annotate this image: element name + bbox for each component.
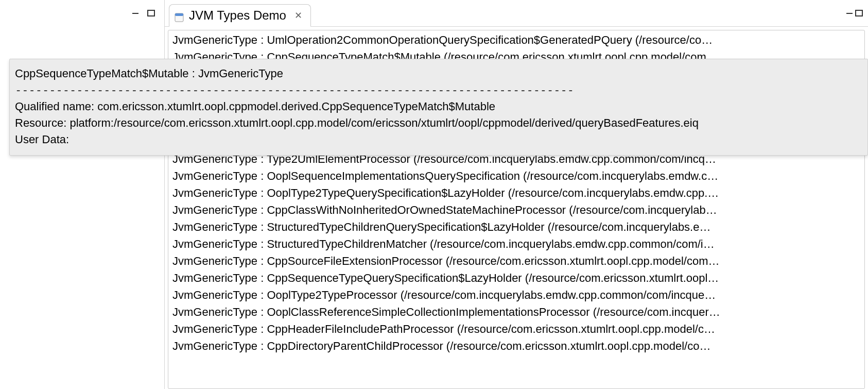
minimize-view-icon[interactable]	[845, 10, 855, 17]
list-item[interactable]: JvmGenericType : CppSourceFileExtensionP…	[170, 252, 862, 269]
list-item[interactable]: JvmGenericType : OoplType2TypeProcessor …	[170, 286, 862, 303]
tab-jvm-types-demo[interactable]: JVM Types Demo ✕	[169, 4, 311, 27]
list-item[interactable]: JvmGenericType : UmlOperation2CommonOper…	[170, 31, 862, 48]
list-item[interactable]: JvmGenericType : OoplType2TypeQuerySpeci…	[170, 184, 862, 201]
svg-rect-5	[856, 10, 862, 16]
tooltip-qname-value: com.ericsson.xtumlrt.oopl.cppmodel.deriv…	[97, 100, 495, 113]
list-item[interactable]: JvmGenericType : CppSequenceTypeQuerySpe…	[170, 269, 862, 286]
list-item[interactable]: JvmGenericType : CppDirectoryParentChild…	[170, 337, 862, 354]
list-item[interactable]: JvmGenericType : StructuredTypeChildrenQ…	[170, 218, 862, 235]
list-item[interactable]: JvmGenericType : OoplSequenceImplementat…	[170, 167, 862, 184]
list-item[interactable]: JvmGenericType : OoplClassReferenceSimpl…	[170, 303, 862, 320]
list-item[interactable]: JvmGenericType : StructuredTypeChildrenM…	[170, 235, 862, 252]
list-item[interactable]: JvmGenericType : CppClassWithNoInherited…	[170, 201, 862, 218]
svg-rect-0	[132, 13, 138, 14]
svg-rect-1	[148, 10, 154, 16]
tooltip-header: CppSequenceTypeMatch$Mutable : JvmGeneri…	[15, 65, 862, 82]
close-tab-icon[interactable]: ✕	[294, 10, 302, 21]
tooltip-resource-value: platform:/resource/com.ericsson.xtumlrt.…	[70, 116, 699, 129]
tooltip-qname-label: Qualified name:	[15, 100, 97, 113]
svg-rect-4	[846, 13, 853, 14]
tooltip-resource: Resource: platform:/resource/com.ericsso…	[15, 115, 862, 131]
hover-tooltip: CppSequenceTypeMatch$Mutable : JvmGeneri…	[9, 59, 868, 156]
maximize-icon[interactable]	[147, 10, 156, 17]
tooltip-qname: Qualified name: com.ericsson.xtumlrt.oop…	[15, 98, 862, 115]
tooltip-separator: ----------------------------------------…	[15, 82, 862, 98]
minimize-icon[interactable]	[131, 10, 141, 17]
tooltip-resource-label: Resource:	[15, 116, 70, 129]
tooltip-userdata: User Data:	[15, 131, 862, 148]
left-pane-toolbar	[0, 0, 164, 27]
maximize-view-icon[interactable]	[855, 10, 864, 17]
view-icon	[175, 11, 184, 20]
svg-rect-3	[175, 13, 183, 16]
list-item[interactable]: JvmGenericType : CppHeaderFileIncludePat…	[170, 320, 862, 337]
tab-label: JVM Types Demo	[189, 8, 286, 23]
tab-bar: JVM Types Demo ✕	[165, 0, 868, 27]
